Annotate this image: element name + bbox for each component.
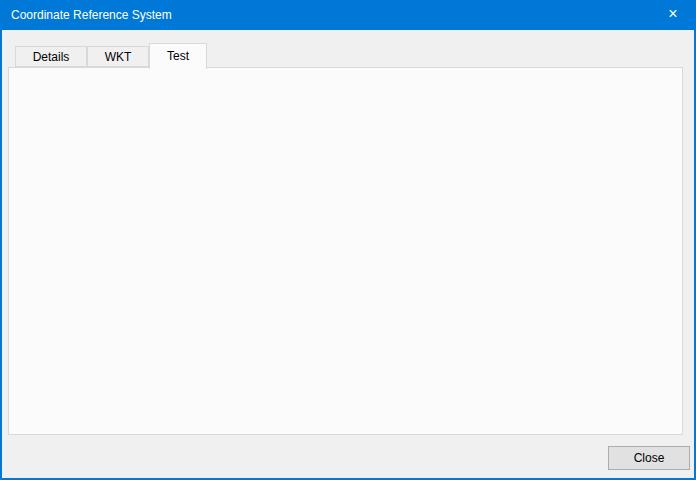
- close-button[interactable]: Close: [608, 446, 690, 470]
- tab-details[interactable]: Details: [15, 46, 87, 67]
- tab-wkt-label: WKT: [105, 50, 132, 64]
- tab-wkt[interactable]: WKT: [87, 46, 149, 67]
- tab-test-label: Test: [167, 49, 189, 63]
- tab-test[interactable]: Test: [149, 43, 207, 69]
- tab-details-label: Details: [33, 50, 70, 64]
- titlebar[interactable]: Coordinate Reference System ×: [0, 0, 696, 30]
- close-icon: ×: [668, 5, 677, 22]
- close-button-label: Close: [634, 451, 665, 465]
- crs-dialog-window: Coordinate Reference System × Details WK…: [0, 0, 696, 480]
- window-title: Coordinate Reference System: [11, 0, 172, 30]
- window-close-button[interactable]: ×: [650, 0, 696, 30]
- test-tab-panel: [8, 67, 683, 435]
